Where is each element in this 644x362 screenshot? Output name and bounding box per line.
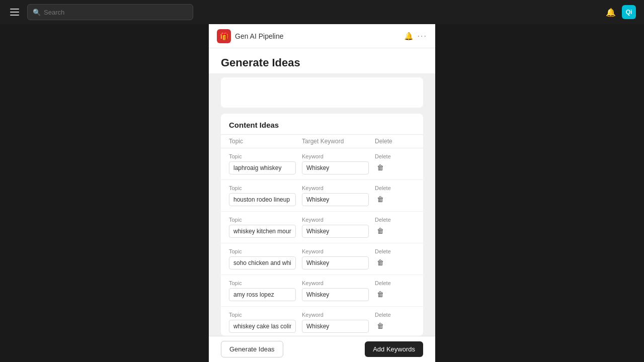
delete-row-button[interactable]: 🗑: [375, 288, 386, 300]
keyword-field-col: Keyword: [302, 248, 375, 269]
page-bell-button[interactable]: 🔔: [404, 32, 414, 41]
topic-field-col: Topic: [229, 185, 302, 206]
topic-label: Topic: [229, 217, 296, 223]
top-card: [221, 77, 423, 108]
notification-bell-button[interactable]: 🔔: [604, 6, 618, 19]
bottom-bar: Generate Ideas Add Keywords: [209, 336, 435, 362]
table-row: Topic Keyword Delete 🗑: [221, 148, 423, 180]
trash-icon: 🗑: [377, 322, 384, 330]
topic-input[interactable]: [229, 320, 296, 333]
keyword-field-col: Keyword: [302, 312, 375, 333]
generate-ideas-button[interactable]: Generate Ideas: [221, 341, 283, 357]
page-header: 🎁 Gen AI Pipeline 🔔 ···: [209, 24, 435, 48]
keyword-input[interactable]: [302, 288, 369, 301]
page-header-left: 🎁 Gen AI Pipeline: [217, 29, 284, 43]
content-wrapper: Content Ideas Topic Target Keyword Delet…: [209, 73, 435, 336]
topic-input[interactable]: [229, 256, 296, 269]
delete-row-button[interactable]: 🗑: [375, 320, 386, 332]
delete-row-button[interactable]: 🗑: [375, 256, 386, 268]
keyword-input[interactable]: [302, 193, 369, 206]
topic-label: Topic: [229, 153, 296, 159]
table-row: Topic Keyword Delete 🗑: [221, 180, 423, 212]
delete-col: Delete 🗑: [375, 185, 415, 205]
trash-icon: 🗑: [377, 195, 384, 203]
topic-label: Topic: [229, 248, 296, 254]
col-header-topic: Topic: [229, 138, 302, 145]
top-card-blur: [221, 77, 423, 108]
app-icon: 🎁: [217, 29, 231, 43]
delete-col: Delete 🗑: [375, 248, 415, 268]
delete-label: Delete: [375, 280, 391, 286]
topic-label: Topic: [229, 185, 296, 191]
table-body: Topic Keyword Delete 🗑 Topic Keyword: [221, 148, 423, 336]
topic-input[interactable]: [229, 161, 296, 174]
keyword-field-col: Keyword: [302, 217, 375, 238]
topic-field-col: Topic: [229, 217, 302, 238]
delete-label: Delete: [375, 248, 391, 254]
keyword-label: Keyword: [302, 217, 369, 223]
delete-col: Delete 🗑: [375, 217, 415, 237]
delete-row-button[interactable]: 🗑: [375, 161, 386, 173]
delete-col: Delete 🗑: [375, 312, 415, 332]
trash-icon: 🗑: [377, 163, 384, 171]
delete-row-button[interactable]: 🗑: [375, 225, 386, 237]
col-header-delete: Delete: [375, 138, 415, 145]
topic-field-col: Topic: [229, 153, 302, 174]
add-keywords-button[interactable]: Add Keywords: [365, 341, 423, 357]
search-icon: 🔍: [33, 9, 41, 16]
delete-col: Delete 🗑: [375, 153, 415, 173]
top-navigation: 🔍 🔔 Qi: [0, 0, 644, 24]
delete-label: Delete: [375, 153, 391, 159]
topic-input[interactable]: [229, 193, 296, 206]
trash-icon: 🗑: [377, 227, 384, 235]
keyword-label: Keyword: [302, 280, 369, 286]
keyword-field-col: Keyword: [302, 153, 375, 174]
table-row: Topic Keyword Delete 🗑: [221, 212, 423, 243]
keyword-label: Keyword: [302, 248, 369, 254]
page-more-button[interactable]: ···: [418, 32, 427, 41]
keyword-input[interactable]: [302, 256, 369, 269]
delete-label: Delete: [375, 217, 391, 223]
delete-label: Delete: [375, 185, 391, 191]
topic-field-col: Topic: [229, 280, 302, 301]
app-title-label: Gen AI Pipeline: [235, 32, 284, 40]
trash-icon: 🗑: [377, 290, 384, 298]
keyword-field-col: Keyword: [302, 185, 375, 206]
keyword-input[interactable]: [302, 225, 369, 238]
content-ideas-title: Content Ideas: [221, 114, 423, 134]
delete-row-button[interactable]: 🗑: [375, 193, 386, 205]
topic-input[interactable]: [229, 225, 296, 238]
table-row: Topic Keyword Delete 🗑: [221, 275, 423, 307]
page-title-area: Generate Ideas: [209, 48, 435, 73]
trash-icon: 🗑: [377, 258, 384, 266]
topic-label: Topic: [229, 312, 296, 318]
keyword-label: Keyword: [302, 312, 369, 318]
keyword-label: Keyword: [302, 153, 369, 159]
search-bar: 🔍: [27, 4, 193, 20]
topic-label: Topic: [229, 280, 296, 286]
content-ideas-card: Content Ideas Topic Target Keyword Delet…: [221, 114, 423, 336]
hamburger-menu-button[interactable]: [8, 7, 21, 18]
avatar: Qi: [622, 5, 636, 19]
keyword-field-col: Keyword: [302, 280, 375, 301]
search-input[interactable]: [44, 9, 188, 16]
col-header-keyword: Target Keyword: [302, 138, 375, 145]
keyword-input[interactable]: [302, 320, 369, 333]
topic-input[interactable]: [229, 288, 296, 301]
page-title: Generate Ideas: [221, 56, 423, 69]
table-row: Topic Keyword Delete 🗑: [221, 243, 423, 275]
delete-label: Delete: [375, 312, 391, 318]
nav-right-actions: 🔔 Qi: [604, 5, 636, 19]
table-row: Topic Keyword Delete 🗑: [221, 307, 423, 336]
topic-field-col: Topic: [229, 248, 302, 269]
delete-col: Delete 🗑: [375, 280, 415, 300]
table-header: Topic Target Keyword Delete: [221, 134, 423, 148]
topic-field-col: Topic: [229, 312, 302, 333]
keyword-label: Keyword: [302, 185, 369, 191]
keyword-input[interactable]: [302, 161, 369, 174]
page-header-right: 🔔 ···: [404, 32, 427, 41]
